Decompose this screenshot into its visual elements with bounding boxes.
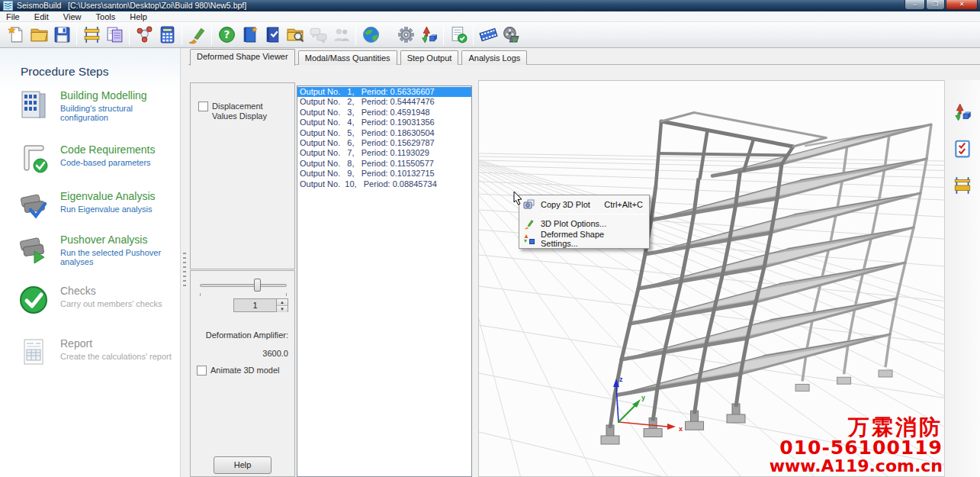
menu-tools[interactable]: Tools: [90, 11, 122, 22]
report-print-button[interactable]: [103, 24, 126, 47]
output-list-item-4[interactable]: Output No. 4, Period: 0.19031356: [297, 118, 471, 127]
output-list-item-6[interactable]: Output No. 6, Period: 0.15629787: [297, 138, 471, 148]
save-project-button[interactable]: [50, 24, 73, 47]
tutorials-button[interactable]: [261, 24, 284, 47]
panel-splitter[interactable]: [181, 48, 188, 477]
model-3d-button[interactable]: [133, 24, 156, 47]
feedback-button[interactable]: [307, 24, 329, 47]
step-title: Eigenvalue Analysis: [60, 190, 156, 202]
tab-deformed-shape-viewer[interactable]: Deformed Shape Viewer: [190, 49, 295, 66]
video-capture-button[interactable]: [500, 24, 522, 47]
calculator-button[interactable]: [156, 24, 178, 47]
mouse-cursor: [513, 191, 523, 205]
output-number-spinner[interactable]: 1 ▲ ▼: [233, 298, 288, 312]
menu-help[interactable]: Help: [124, 11, 153, 22]
step-title: Code Requirements: [60, 143, 156, 156]
close-button[interactable]: ✕: [946, 0, 978, 10]
new-project-button[interactable]: [5, 24, 27, 47]
report-icon: [17, 336, 50, 369]
deformed-shape-settings-button[interactable]: [952, 102, 973, 123]
context-menu-item-deformed-shape-settings[interactable]: Deformed Shape Settings...: [521, 231, 647, 247]
frame-view-button[interactable]: [952, 175, 973, 196]
user-manual-button[interactable]: [238, 24, 261, 47]
output-list-item-2[interactable]: Output No. 2, Period: 0.54447476: [297, 97, 471, 107]
open-project-button[interactable]: [27, 24, 50, 47]
svg-text:y: y: [641, 394, 645, 401]
step-code-requirements[interactable]: Code Requirements Code-based parameters: [17, 142, 180, 176]
shapes-icon: [523, 233, 535, 245]
settings-button[interactable]: [394, 24, 417, 47]
step-pushover-analysis[interactable]: Pushover Analysis Run the selected Pusho…: [17, 232, 180, 266]
3d-viewport[interactable]: xzy 万霖消防 010-56100119 www.A119.com.cn: [478, 80, 944, 477]
output-list-item-5[interactable]: Output No. 5, Period: 0.18630504: [297, 128, 471, 138]
run-checks-button[interactable]: [447, 24, 470, 47]
animation-button[interactable]: [477, 24, 500, 47]
output-list-item-1[interactable]: Output No. 1, Period: 0.56336607: [297, 87, 471, 97]
building-icon: [17, 88, 50, 121]
step-eigenvalue-analysis[interactable]: Eigenvalue Analysis Run Eigenvalue analy…: [17, 189, 180, 222]
minimize-button[interactable]: –: [904, 0, 925, 10]
frame-icon: [953, 176, 972, 195]
step-title: Report: [60, 337, 172, 350]
animate-3d-model-checkbox[interactable]: Animate 3D model: [197, 366, 291, 375]
community-button[interactable]: [329, 24, 352, 47]
spinner-up-icon[interactable]: ▲: [277, 299, 288, 306]
website-button[interactable]: [359, 24, 382, 47]
slider-tick: [200, 293, 201, 296]
output-list-item-3[interactable]: Output No. 3, Period: 0.4591948: [297, 108, 471, 118]
deformed-shape-viewer-button[interactable]: [417, 24, 440, 47]
context-menu-item-copy-3d-plot[interactable]: Copy 3D Plot Ctrl+Alt+C: [521, 197, 647, 212]
brush-icon: [523, 218, 535, 230]
app-icon: [3, 1, 13, 11]
arrow-cube-icon: [419, 25, 439, 44]
spinner-down-icon[interactable]: ▼: [277, 306, 288, 312]
examples-button[interactable]: [284, 24, 307, 47]
checkbox-label: Animate 3D model: [210, 366, 280, 375]
tab-step-output[interactable]: Step Output: [400, 50, 459, 65]
splitter-grip[interactable]: [183, 253, 186, 289]
maximize-button[interactable]: ❐: [926, 0, 945, 10]
checks-list-button[interactable]: [952, 138, 973, 160]
step-checks[interactable]: Checks Carry out members' checks: [17, 283, 180, 317]
output-list-item-8[interactable]: Output No. 8, Period: 0.11550577: [297, 159, 471, 169]
output-list[interactable]: Output No. 1, Period: 0.56336607Output N…: [297, 85, 472, 477]
chat-icon: [309, 25, 328, 44]
help-icon: ?: [217, 25, 236, 44]
film-icon: [479, 25, 498, 44]
context-menu-item-3d-plot-options[interactable]: 3D Plot Options...: [521, 216, 647, 231]
output-slider[interactable]: [200, 278, 287, 292]
help-contents-button[interactable]: ?: [215, 24, 238, 47]
frame-elevation-button[interactable]: [80, 24, 103, 47]
checkbox-square[interactable]: [198, 102, 208, 111]
step-report[interactable]: Report Create the calculations' report: [17, 336, 180, 369]
help-button[interactable]: Help: [214, 456, 272, 474]
toolbar-separator: [355, 25, 356, 45]
step-subtitle: Run the selected Pushover analyses: [60, 248, 180, 266]
plot-options-button[interactable]: [185, 24, 208, 47]
watermark-line-3: www.A119.com.cn: [770, 458, 943, 475]
title-bar[interactable]: SeismoBuild [C:\Users\santon\Desktop\Zoi…: [0, 0, 980, 11]
step-title: Pushover Analysis: [60, 234, 180, 246]
seismobuild-window: SeismoBuild [C:\Users\santon\Desktop\Zoi…: [0, 0, 980, 477]
tab-modal-mass-quantities[interactable]: Modal/Mass Quantities: [298, 50, 397, 65]
output-list-item-9[interactable]: Output No. 9, Period: 0.10132715: [297, 169, 471, 179]
output-list-item-7[interactable]: Output No. 7, Period: 0.1193029: [297, 148, 471, 158]
checklist-icon: [953, 139, 972, 159]
checkbox-square[interactable]: [197, 366, 207, 375]
menu-view[interactable]: View: [57, 11, 88, 22]
menu-file[interactable]: File: [0, 11, 26, 22]
camera-copy-icon: [523, 198, 535, 211]
output-list-item-10[interactable]: Output No. 10, Period: 0.08845734: [297, 179, 471, 189]
slider-groove[interactable]: [200, 284, 287, 287]
watermark-line-1: 万霖消防: [770, 417, 943, 439]
tab-analysis-logs[interactable]: Analysis Logs: [461, 50, 527, 65]
context-menu: Copy 3D Plot Ctrl+Alt+C 3D Plot Options.…: [519, 195, 650, 249]
deformation-amplifier-label: Deformation Amplifier:: [206, 330, 288, 340]
displacement-values-checkbox[interactable]: Displacement Values Display: [198, 102, 288, 121]
slider-thumb[interactable]: [254, 279, 261, 292]
menu-edit[interactable]: Edit: [28, 11, 55, 22]
step-building-modelling[interactable]: Building Modelling Building's structural…: [17, 88, 180, 122]
floppy-icon: [53, 25, 72, 44]
molecule-icon: [135, 25, 154, 44]
pushover-icon: [17, 232, 50, 266]
